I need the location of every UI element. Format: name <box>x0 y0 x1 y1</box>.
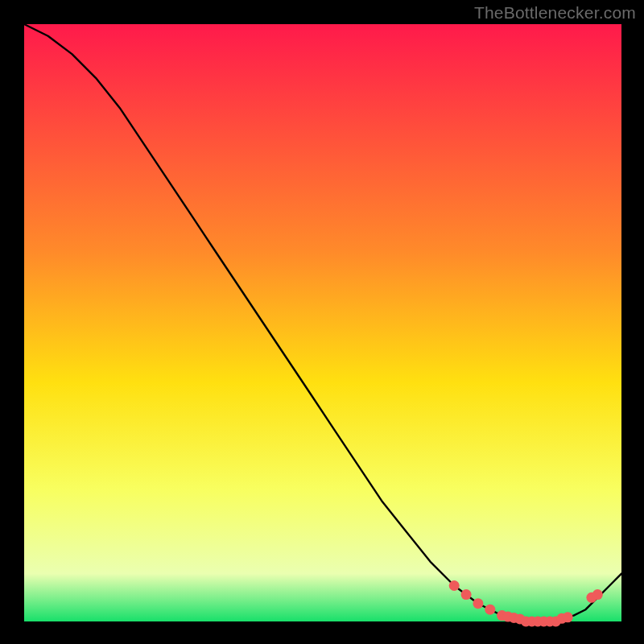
chart-stage: TheBottlenecker.com <box>0 0 644 644</box>
highlight-dot <box>473 598 483 609</box>
plot-background <box>24 24 621 621</box>
highlight-dot <box>461 589 472 600</box>
bottleneck-chart <box>0 0 644 644</box>
highlight-dot <box>592 589 603 600</box>
credit-label: TheBottlenecker.com <box>474 3 636 23</box>
highlight-dot <box>449 580 460 591</box>
highlight-dot <box>485 605 495 615</box>
highlight-dot <box>563 612 573 622</box>
